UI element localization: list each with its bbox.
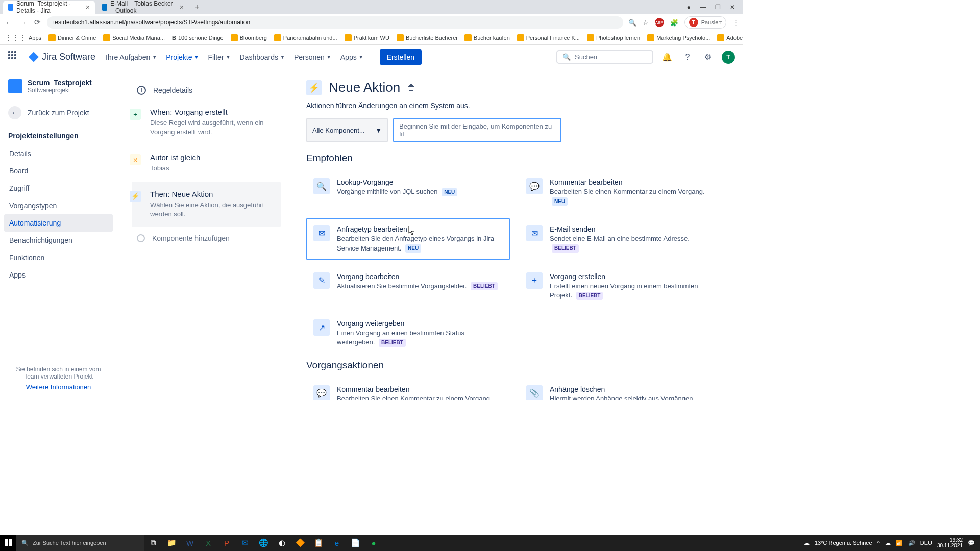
- nav-projekte[interactable]: Projekte▼: [166, 53, 199, 61]
- url-input[interactable]: testdeutsch1.atlassian.net/jira/software…: [47, 16, 623, 29]
- back-icon[interactable]: ←: [4, 18, 13, 27]
- rule-step-condition[interactable]: ⤨ Autor ist gleich Tobias: [132, 145, 281, 181]
- avatar[interactable]: T: [722, 51, 735, 64]
- bookmark-item[interactable]: ⋮⋮⋮Apps: [5, 34, 41, 42]
- card-vorgang-bearbeiten[interactable]: ✎ Vorgang bearbeiten Aktualisieren Sie b…: [306, 265, 510, 307]
- tag-neu: NEU: [442, 188, 457, 196]
- back-label: Zurück zum Projekt: [28, 109, 89, 117]
- tab-title: Scrum_Testprojekt - Details - Jira: [16, 0, 82, 14]
- add-component[interactable]: Komponente hinzufügen: [132, 227, 281, 249]
- step-title: Then: Neue Aktion: [150, 190, 276, 198]
- nav-aufgaben[interactable]: Ihre Aufgaben▼: [106, 53, 157, 61]
- search-icon: 🔍: [562, 53, 571, 61]
- sidebar-item-automatisierung[interactable]: Automatisierung: [4, 214, 113, 232]
- card-desc: Einen Vorgang an einen bestimmten Status…: [337, 329, 503, 347]
- bookmark-item[interactable]: B100 schöne Dinge: [172, 35, 224, 41]
- card-anhaenge-loeschen[interactable]: 📎 Anhänge löschen Hiermit werden Anhänge…: [519, 378, 723, 400]
- project-name: Scrum_Testprojekt: [28, 79, 92, 87]
- rule-step-then[interactable]: ⚡ Then: Neue Aktion Wählen Sie eine Akti…: [132, 182, 281, 227]
- profile-pausiert[interactable]: T Pausiert: [684, 16, 726, 29]
- card-desc: Bearbeiten Sie einen Kommentar zu einem …: [550, 187, 716, 206]
- abp-icon[interactable]: ABP: [655, 18, 664, 27]
- sidebar-item-zugriff[interactable]: Zugriff: [4, 180, 113, 197]
- help-icon[interactable]: ?: [681, 51, 694, 64]
- section-recommended: Empfohlen: [306, 153, 723, 164]
- bookmark-item[interactable]: Photoshop lernen: [587, 34, 640, 41]
- card-vorgang-weitergeben[interactable]: ↗ Vorgang weitergeben Einen Vorgang an e…: [306, 312, 510, 354]
- bookmark-item[interactable]: Dinner & Crime: [48, 34, 96, 41]
- sidebar-footer: Sie befinden sich in einem vom Team verw…: [4, 361, 113, 396]
- close-icon[interactable]: ×: [86, 3, 90, 11]
- app-switcher-icon[interactable]: [8, 51, 20, 63]
- search-icon[interactable]: 🔍: [628, 19, 636, 27]
- close-window-icon[interactable]: ✕: [730, 4, 735, 11]
- search-input[interactable]: 🔍 Suchen: [556, 50, 653, 64]
- create-button[interactable]: Erstellen: [380, 49, 422, 65]
- search-placeholder: Suchen: [575, 53, 597, 61]
- back-to-project[interactable]: ← Zurück zum Projekt: [4, 101, 113, 124]
- sidebar-item-details[interactable]: Details: [4, 145, 113, 162]
- chevron-down-icon: ▼: [375, 127, 382, 134]
- bookmark-item[interactable]: Social Media Mana...: [103, 34, 165, 41]
- card-anfragetyp-bearbeiten[interactable]: ✉ Anfragetyp bearbeiten Bearbeiten Sie d…: [306, 218, 510, 260]
- card-vorgang-erstellen[interactable]: ＋ Vorgang erstellen Erstellt einen neuen…: [519, 265, 723, 307]
- avatar-icon: T: [689, 18, 698, 27]
- forward-icon: →: [18, 18, 28, 27]
- close-icon[interactable]: ×: [180, 3, 184, 11]
- address-bar: ← → ⟳ testdeutsch1.atlassian.net/jira/so…: [0, 14, 743, 31]
- minimize-icon[interactable]: —: [700, 4, 706, 11]
- bookmark-item[interactable]: Bücher kaufen: [464, 34, 510, 41]
- rule-details[interactable]: i Regeldetails: [132, 82, 281, 99]
- tag-beliebt: BELIEBT: [576, 292, 603, 300]
- comment-icon: 💬: [526, 178, 543, 194]
- card-kommentar-bearbeiten-2[interactable]: 💬 Kommentar bearbeiten Bearbeiten Sie ei…: [306, 378, 510, 400]
- notifications-icon[interactable]: 🔔: [660, 51, 674, 64]
- nav-filter[interactable]: Filter▼: [208, 53, 230, 61]
- nav-dashboards[interactable]: Dashboards▼: [239, 53, 284, 61]
- new-tab-button[interactable]: +: [191, 3, 203, 12]
- tag-beliebt: BELIEBT: [379, 339, 406, 347]
- nav-apps[interactable]: Apps▼: [340, 53, 363, 61]
- bookmark-item[interactable]: Bücherliste Bücherei: [397, 34, 457, 41]
- card-email-senden[interactable]: ✉ E-Mail senden Sendet eine E-Mail an ei…: [519, 218, 723, 260]
- sidebar-item-benachrichtigungen[interactable]: Benachrichtigungen: [4, 232, 113, 249]
- bookmark-item[interactable]: Panoramabahn und...: [274, 34, 337, 41]
- main-layout: Scrum_Testprojekt Softwareprojekt ← Zurü…: [0, 69, 743, 400]
- sidebar-item-apps[interactable]: Apps: [4, 266, 113, 284]
- folder-icon: [587, 34, 594, 41]
- bookmark-item[interactable]: Bloomberg: [231, 34, 267, 41]
- nav-menu: Ihre Aufgaben▼ Projekte▼ Filter▼ Dashboa…: [106, 49, 422, 65]
- maximize-icon[interactable]: ❐: [715, 4, 721, 11]
- project-avatar: [8, 79, 22, 93]
- component-select[interactable]: Alle Komponent... ▼: [306, 118, 388, 142]
- card-desc: Bearbeiten Sie den Anfragetyp eines Vorg…: [337, 234, 503, 253]
- chevron-down-icon: ▼: [359, 55, 363, 60]
- sidebar-item-vorgangstypen[interactable]: Vorgangstypen: [4, 197, 113, 214]
- settings-icon[interactable]: ⚙: [701, 51, 715, 64]
- bookmark-item[interactable]: Personal Finance K...: [517, 34, 580, 41]
- tab-outlook[interactable]: E-Mail – Tobias Becker – Outlook ×: [97, 1, 189, 14]
- rule-step-when[interactable]: + When: Vorgang erstellt Diese Regel wir…: [132, 99, 281, 145]
- card-lookup-vorgaenge[interactable]: 🔍 Lookup-Vorgänge Vorgänge mithilfe von …: [306, 171, 510, 213]
- issue-actions-grid: 💬 Kommentar bearbeiten Bearbeiten Sie ei…: [306, 378, 723, 400]
- menu-icon[interactable]: ⋮: [732, 19, 739, 27]
- card-title: Vorgang erstellen: [550, 272, 716, 281]
- card-kommentar-bearbeiten[interactable]: 💬 Kommentar bearbeiten Bearbeiten Sie ei…: [519, 171, 723, 213]
- bookmark-item[interactable]: Adobe Illustrator: [717, 34, 743, 41]
- attachment-icon: 📎: [526, 385, 543, 400]
- reload-icon[interactable]: ⟳: [33, 18, 42, 27]
- delete-icon[interactable]: 🗑: [407, 83, 415, 92]
- sidebar-item-funktionen[interactable]: Funktionen: [4, 249, 113, 266]
- bookmark-item[interactable]: Praktikum WU: [345, 34, 389, 41]
- extensions-icon[interactable]: 🧩: [670, 19, 678, 27]
- sidebar-item-board[interactable]: Board: [4, 162, 113, 180]
- tab-jira[interactable]: Scrum_Testprojekt - Details - Jira ×: [3, 1, 95, 14]
- card-title: Anfragetyp bearbeiten: [337, 225, 503, 233]
- footer-link[interactable]: Weitere Informationen: [9, 383, 108, 391]
- star-icon[interactable]: ☆: [643, 19, 649, 27]
- jira-logo[interactable]: Jira Software: [29, 52, 95, 62]
- filter-input[interactable]: Beginnen Sie mit der Eingabe, um Kompone…: [393, 118, 561, 142]
- nav-personen[interactable]: Personen▼: [294, 53, 331, 61]
- circle-icon[interactable]: ●: [687, 4, 691, 11]
- bookmark-item[interactable]: Marketing Psycholo...: [647, 34, 710, 41]
